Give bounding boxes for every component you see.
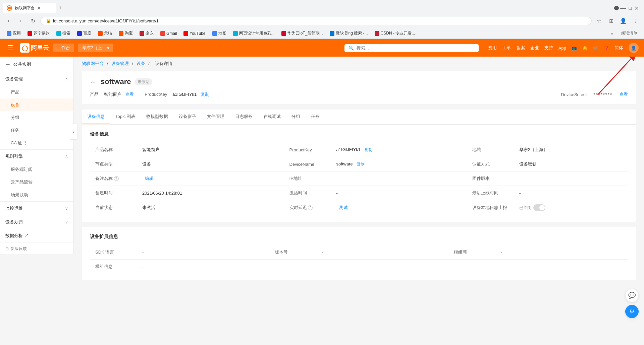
feedback-label: 新版反馈 xyxy=(11,246,27,252)
alias-edit-link[interactable]: 编辑 xyxy=(145,176,154,181)
forward-button[interactable]: › xyxy=(16,16,25,25)
sidebar-section-header-rules[interactable]: 规则引擎 ∧ xyxy=(0,150,73,163)
sidebar-back[interactable]: ← 公共实例 xyxy=(0,57,73,72)
log-toggle-switch[interactable] xyxy=(533,204,545,211)
sidebar-item-ca-cert[interactable]: CA 证书 xyxy=(0,137,73,149)
bookmark-youtube[interactable]: YouTube xyxy=(181,30,208,37)
breadcrumb-device[interactable]: 设备 xyxy=(137,61,145,66)
tab-log-service[interactable]: 日志服务 xyxy=(230,110,258,124)
feedback-bar[interactable]: ⊟ 新版反馈 xyxy=(0,243,73,254)
search-bar[interactable]: 🔍 xyxy=(344,44,479,52)
youtube-icon xyxy=(183,31,188,36)
chevron-up-icon-rules: ∧ xyxy=(65,154,68,159)
tab-device-info-label: 设备信息 xyxy=(87,114,105,119)
nav-beian[interactable]: 备案 xyxy=(516,45,525,51)
back-button[interactable]: ‹ xyxy=(4,16,13,25)
new-tab-button[interactable]: + xyxy=(56,3,65,13)
nav-bell-icon[interactable]: 🔔 xyxy=(582,46,588,51)
sidebar-section-header-monitor[interactable]: 监控运维 ∨ xyxy=(0,202,73,215)
bookmark-huawei[interactable]: 华为云IoT_智简联... xyxy=(279,30,326,37)
bookmark-jd[interactable]: 京东 xyxy=(137,30,156,37)
bookmark-baidu[interactable]: 百度 xyxy=(74,30,94,37)
label-alias: 备注名称 ? xyxy=(90,171,137,186)
device-back-button[interactable]: ← xyxy=(90,78,97,86)
sidebar-item-device[interactable]: 设备 xyxy=(0,98,73,111)
maximize-button[interactable]: □ xyxy=(629,5,632,11)
sidebar-item-group[interactable]: 分组 xyxy=(0,111,73,124)
value-create-time: 2021/06/20 14:28:01 xyxy=(137,186,284,200)
log-toggle-off-label: 已关闭 xyxy=(519,205,531,211)
settings-button[interactable]: ⚙ xyxy=(625,305,639,318)
nav-feiyong[interactable]: 费用 xyxy=(488,45,497,51)
productkey-copy-link[interactable]: 复制 xyxy=(201,92,209,97)
nav-zhichi[interactable]: 支持 xyxy=(544,45,553,51)
bookmark-bing[interactable]: 微软 Bing 搜索 -... xyxy=(327,30,371,37)
devicesecret-view-link[interactable]: 查看 xyxy=(619,91,628,97)
test-delay-link[interactable]: 测试 xyxy=(339,205,348,210)
tab-device-info[interactable]: 设备信息 xyxy=(82,110,110,124)
address-bar[interactable]: 🔒 iot.console.aliyun.com/devices/a1IGfJF… xyxy=(40,17,592,25)
bookmark-apps[interactable]: 应用 xyxy=(4,30,23,37)
tab-topic-list[interactable]: Topic 列表 xyxy=(110,110,141,124)
reading-list-button[interactable]: 阅读清单 xyxy=(619,30,640,37)
bookmark-gmail[interactable]: Gmail xyxy=(158,30,179,37)
breadcrumb-device-mgmt[interactable]: 设备管理 xyxy=(111,61,129,66)
sidebar-item-cloud-flow[interactable]: 云产品流转 xyxy=(0,176,73,189)
hamburger-menu[interactable]: ☰ xyxy=(5,43,16,53)
bookmarks-more[interactable]: » xyxy=(609,30,614,37)
bookmark-csdn[interactable]: CSDN - 专业开发... xyxy=(372,30,418,37)
extensions-button[interactable]: ⊞ xyxy=(606,16,616,25)
tab-group[interactable]: 分组 xyxy=(286,110,306,124)
refresh-button[interactable]: ↻ xyxy=(28,16,38,25)
close-button[interactable]: ✕ xyxy=(634,5,639,11)
nav-cart-icon[interactable]: 🛒 xyxy=(593,46,598,51)
search-input[interactable] xyxy=(357,46,475,51)
bookmark-search[interactable]: 搜索 xyxy=(54,30,73,37)
copy-productkey-button[interactable]: 复制 xyxy=(364,147,372,152)
nav-lang[interactable]: 简体 xyxy=(614,45,623,51)
tab-online-debug[interactable]: 在线调试 xyxy=(258,110,286,124)
tab-close-button[interactable]: × xyxy=(38,5,40,11)
sidebar-item-product[interactable]: 产品 xyxy=(0,86,73,98)
user-avatar[interactable]: 👤 xyxy=(629,43,639,53)
sidebar-item-task[interactable]: 任务 xyxy=(0,124,73,137)
menu-button[interactable]: ⋮ xyxy=(631,16,640,25)
profile-button[interactable]: 👤 xyxy=(619,16,628,25)
chat-button[interactable]: 💬 xyxy=(625,289,639,302)
value-region: 华东2（上海） xyxy=(514,143,628,157)
bookmark-tianmao[interactable]: 天猫 xyxy=(95,30,115,37)
tab-task[interactable]: 任务 xyxy=(306,110,325,124)
sidebar-item-scene[interactable]: 场景联动 xyxy=(0,189,73,201)
sidebar-section-header-device-assign[interactable]: 设备划归 ∨ xyxy=(0,215,73,229)
bookmark-button[interactable]: ☆ xyxy=(594,16,604,25)
product-view-link[interactable]: 查看 xyxy=(125,92,134,97)
nav-gongdan[interactable]: 工单 xyxy=(502,45,511,51)
table-row: 创建时间 2021/06/20 14:28:01 激活时间 - 最后上线时间 - xyxy=(90,186,628,200)
sidebar-item-data-analysis[interactable]: 数据分析 ↗ xyxy=(0,229,73,243)
sidebar-collapse-button[interactable]: ‹ xyxy=(70,124,78,140)
huawei-icon xyxy=(281,31,286,36)
bookmark-maps[interactable]: 地图 xyxy=(210,30,229,37)
value-module-vendor: - xyxy=(495,245,628,260)
nav-help-icon[interactable]: ❓ xyxy=(604,46,609,51)
nav-app[interactable]: App xyxy=(558,46,566,51)
sidebar-section-header-device-mgmt[interactable]: 设备管理 ∧ xyxy=(0,72,73,86)
tab-file-mgmt[interactable]: 文件管理 xyxy=(202,110,230,124)
bookmark-web[interactable]: 网页设计常用色彩... xyxy=(230,30,277,37)
minimize-button[interactable]: — xyxy=(620,5,626,11)
tab-device-shadow[interactable]: 设备影子 xyxy=(173,110,202,124)
bookmark-taobao[interactable]: 淘宝 xyxy=(116,30,136,37)
copy-devicename-button[interactable]: 复制 xyxy=(357,162,365,166)
bookmark-suning[interactable]: 苏宁易购 xyxy=(25,30,52,37)
active-tab[interactable]: 物联网平台 × xyxy=(3,3,56,13)
breadcrumb-iot[interactable]: 物联网平台 xyxy=(82,61,104,66)
nav-tv-icon[interactable]: 📺 xyxy=(572,46,577,51)
region-selector[interactable]: 华东2（上... ▾ xyxy=(78,44,113,52)
nav-qiye[interactable]: 企业 xyxy=(530,45,539,51)
sidebar-item-server-sub[interactable]: 服务端订阅 xyxy=(0,163,73,176)
workspace-button[interactable]: 工作台 xyxy=(53,44,74,52)
value-firmware: - xyxy=(514,171,628,186)
bookmark-taobao-label: 淘宝 xyxy=(125,30,133,36)
product-value: 智能窗户 xyxy=(104,92,121,97)
tab-tsl-data[interactable]: 物模型数据 xyxy=(141,110,173,124)
